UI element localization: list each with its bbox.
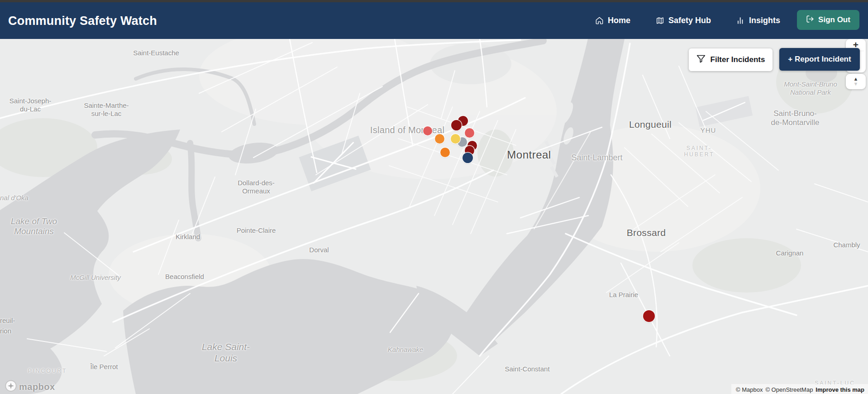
mapbox-wordmark: mapbox	[19, 382, 55, 392]
report-incident-label: + Report Incident	[788, 55, 851, 64]
incident-marker-10[interactable]	[435, 134, 444, 144]
sign-out-label: Sign Out	[818, 15, 850, 24]
pitch-down-arrow[interactable]: ▼	[854, 82, 858, 86]
filter-incidents-label: Filter Incidents	[711, 55, 765, 64]
attribution-osm-link[interactable]: © OpenStreetMap	[765, 386, 813, 393]
map-attribution: © Mapbox © OpenStreetMap Improve this ma…	[731, 384, 868, 394]
nav-item-safety-hub[interactable]: Safety Hub	[656, 16, 711, 25]
bar-chart-icon	[736, 16, 745, 25]
app-header: Community Safety Watch Home Safety Hub I…	[0, 2, 868, 39]
log-out-icon	[806, 15, 814, 25]
incident-marker-12[interactable]	[643, 310, 655, 322]
main-nav: Home Safety Hub Insights	[595, 2, 780, 39]
mapbox-logo[interactable]: mapbox	[5, 380, 55, 394]
nav-label-home: Home	[608, 16, 630, 25]
nav-item-insights[interactable]: Insights	[736, 16, 780, 25]
nav-label-safety-hub: Safety Hub	[668, 16, 711, 25]
map-pitch-control: ▲ ▼	[846, 74, 866, 89]
funnel-icon	[696, 54, 706, 66]
incident-marker-3[interactable]	[465, 128, 474, 138]
mapbox-logo-icon	[5, 380, 17, 394]
incident-marker-8[interactable]	[463, 153, 473, 163]
map-icon	[656, 16, 664, 25]
app-title: Community Safety Watch	[8, 14, 157, 28]
attribution-mapbox-link[interactable]: © Mapbox	[736, 386, 763, 393]
nav-label-insights: Insights	[749, 16, 780, 25]
filter-incidents-button[interactable]: Filter Incidents	[689, 48, 773, 71]
improve-map-link[interactable]: Improve this map	[816, 386, 864, 393]
report-incident-button[interactable]: + Report Incident	[779, 48, 860, 71]
incident-marker-2[interactable]	[451, 120, 462, 130]
home-icon	[595, 16, 604, 25]
incident-marker-5[interactable]	[451, 134, 460, 144]
sign-out-button[interactable]: Sign Out	[797, 10, 859, 30]
nav-item-home[interactable]: Home	[595, 16, 630, 25]
incident-marker-11[interactable]	[440, 148, 450, 157]
incident-marker-9[interactable]	[423, 126, 432, 135]
